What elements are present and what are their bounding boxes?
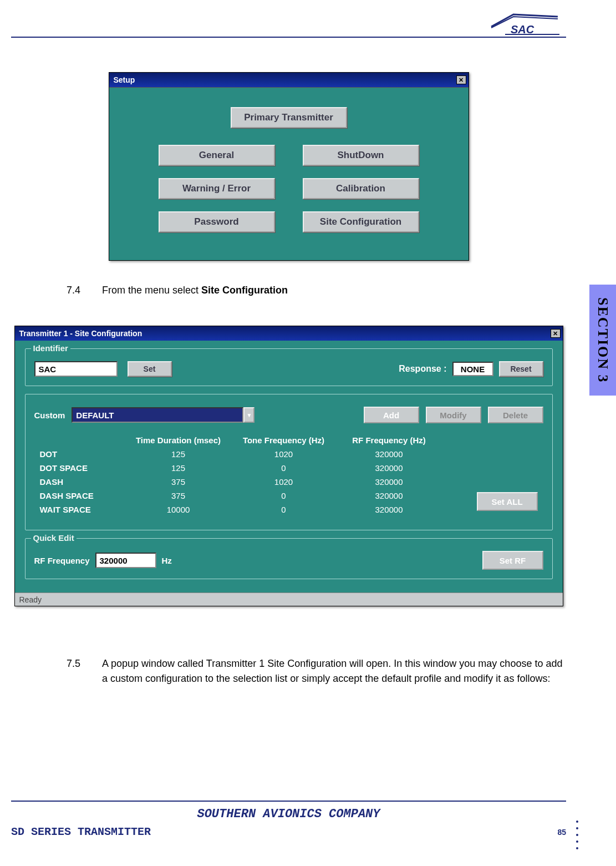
config-table: Time Duration (msec) Tone Frequency (Hz)… (34, 433, 543, 516)
step-7-5: 7.5 A popup window called Transmitter 1 … (67, 656, 566, 686)
profile-dropdown-value: DEFAULT (72, 407, 243, 423)
row-label: DOT SPACE (34, 463, 129, 473)
primary-transmitter-button[interactable]: Primary Transmitter (231, 107, 347, 128)
hz-label: Hz (162, 556, 172, 565)
page-number: 85 (557, 828, 566, 837)
step-7-4: 7.4 From the menu select Site Configurat… (67, 283, 566, 298)
footer-company: SOUTHERN AVIONICS COMPANY (11, 807, 566, 821)
row-label: DASH (34, 477, 129, 487)
section-tab-label: SECTION 3 (594, 297, 611, 383)
response-label: Response : (399, 364, 446, 374)
password-button[interactable]: Password (159, 211, 275, 232)
table-row: DOT SPACE 125 0 320000 (34, 461, 543, 475)
quick-edit-fieldset: Quick Edit RF Frequency Hz Set RF (25, 538, 553, 579)
chevron-down-icon[interactable]: ▼ (243, 407, 254, 423)
col-tone: Tone Frequency (Hz) (228, 435, 339, 445)
row-rf: 320000 (339, 449, 439, 459)
row-time: 10000 (129, 505, 228, 514)
identifier-fieldset: Identifier Set Response : NONE Reset (25, 348, 553, 386)
table-row: DASH 375 1020 320000 (34, 475, 543, 489)
footer-product: SD SERIES TRANSMITTER (11, 826, 151, 838)
footer-rule (11, 801, 566, 802)
profile-dropdown[interactable]: DEFAULT ▼ (72, 407, 254, 423)
col-rf: RF Frequency (Hz) (339, 435, 439, 445)
footer-dots (576, 821, 578, 849)
table-row: WAIT SPACE 10000 0 320000 (34, 503, 543, 516)
table-row: DOT 125 1020 320000 (34, 447, 543, 461)
row-rf: 320000 (339, 491, 439, 500)
delete-button[interactable]: Delete (488, 407, 543, 423)
row-tone: 0 (228, 491, 339, 500)
step-text-bold: Site Configuration (201, 285, 288, 296)
status-bar: Ready (15, 592, 563, 606)
warning-error-button[interactable]: Warning / Error (159, 178, 275, 199)
section-tab: SECTION 3 (589, 285, 616, 396)
step-text-pre: From the menu select (102, 285, 201, 296)
row-time: 375 (129, 477, 228, 487)
row-label: WAIT SPACE (34, 505, 129, 514)
row-tone: 0 (228, 505, 339, 514)
step-text: A popup window called Transmitter 1 Site… (102, 656, 566, 686)
step-number: 7.5 (67, 656, 89, 686)
add-button[interactable]: Add (364, 407, 419, 423)
general-button[interactable]: General (159, 145, 275, 166)
table-row: DASH SPACE 375 0 320000 (34, 489, 543, 503)
page-footer: SOUTHERN AVIONICS COMPANY SD SERIES TRAN… (11, 801, 566, 838)
site-configuration-button[interactable]: Site Configuration (303, 211, 419, 232)
close-icon[interactable]: ✕ (456, 75, 466, 84)
siteconf-titlebar: Transmitter 1 - Site Configuration ✕ (15, 326, 563, 341)
site-configuration-window: Transmitter 1 - Site Configuration ✕ Ide… (14, 326, 563, 606)
setup-window: Setup ✕ Primary Transmitter General Shut… (109, 72, 469, 261)
row-time: 375 (129, 491, 228, 500)
quick-edit-legend: Quick Edit (31, 533, 77, 543)
modify-button[interactable]: Modify (426, 407, 481, 423)
reset-button[interactable]: Reset (499, 361, 543, 377)
step-number: 7.4 (67, 283, 89, 298)
custom-label: Custom (34, 411, 65, 420)
shutdown-button[interactable]: ShutDown (303, 145, 419, 166)
col-time: Time Duration (msec) (129, 435, 228, 445)
close-icon[interactable]: ✕ (551, 329, 561, 338)
siteconf-title: Transmitter 1 - Site Configuration (19, 329, 142, 338)
row-label: DASH SPACE (34, 491, 129, 500)
row-rf: 320000 (339, 477, 439, 487)
set-button[interactable]: Set (128, 361, 172, 377)
calibration-button[interactable]: Calibration (303, 178, 419, 199)
set-all-button[interactable]: Set ALL (477, 492, 538, 511)
setup-titlebar: Setup ✕ (109, 73, 469, 87)
row-label: DOT (34, 449, 129, 459)
row-time: 125 (129, 449, 228, 459)
identifier-legend: Identifier (31, 343, 70, 353)
rf-frequency-input[interactable] (95, 553, 156, 568)
row-time: 125 (129, 463, 228, 473)
row-rf: 320000 (339, 463, 439, 473)
setup-title: Setup (114, 75, 135, 84)
set-rf-button[interactable]: Set RF (482, 551, 543, 570)
row-tone: 1020 (228, 449, 339, 459)
row-rf: 320000 (339, 505, 439, 514)
config-fieldset: Custom DEFAULT ▼ Add Modify Delete (25, 394, 553, 530)
identifier-input[interactable] (34, 361, 118, 377)
row-tone: 1020 (228, 477, 339, 487)
row-tone: 0 (228, 463, 339, 473)
rf-frequency-label: RF Frequency (34, 556, 90, 565)
status-text: Ready (19, 595, 42, 604)
step-text: From the menu select Site Configuration (102, 283, 288, 298)
response-value: NONE (452, 362, 493, 376)
